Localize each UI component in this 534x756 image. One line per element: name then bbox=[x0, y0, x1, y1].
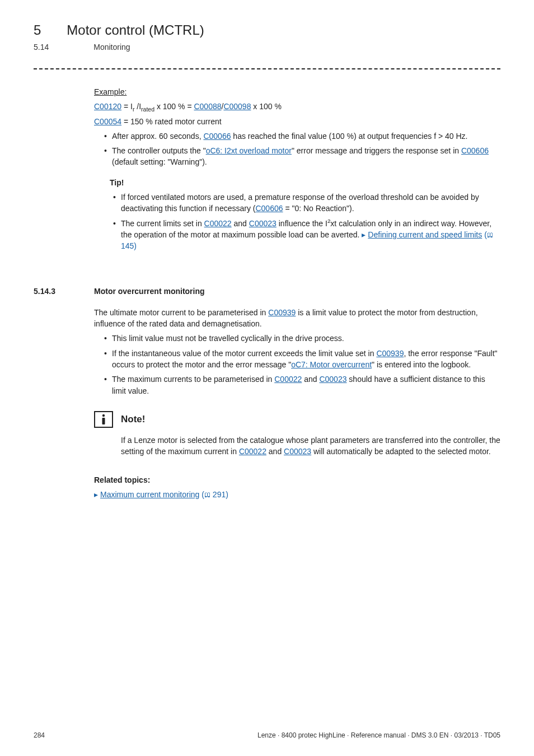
tip-item-2: The current limits set in C00022 and C00… bbox=[113, 218, 500, 252]
chapter-number: 5 bbox=[34, 22, 41, 38]
link-c00023-tip[interactable]: C00023 bbox=[249, 219, 277, 228]
link-c00066[interactable]: C00066 bbox=[203, 132, 231, 141]
link-c00120[interactable]: C00120 bbox=[94, 102, 121, 111]
related-item: ▸Maximum current monitoring (🕮 291) bbox=[94, 489, 500, 500]
link-c00939-b[interactable]: C00939 bbox=[376, 349, 404, 358]
example-c00054-line: C00054 = 150 % rated motor current bbox=[94, 116, 500, 127]
subsection-bullet-1: This limit value must not be travelled c… bbox=[104, 333, 500, 344]
section-title: Monitoring bbox=[93, 43, 130, 52]
related-topics-title: Related topics: bbox=[94, 474, 500, 486]
link-max-current-monitoring[interactable]: Maximum current monitoring bbox=[100, 490, 199, 499]
page-number: 284 bbox=[34, 731, 45, 739]
subsection-title: Motor overcurrent monitoring bbox=[94, 286, 205, 297]
link-c00023-note[interactable]: C00023 bbox=[284, 447, 311, 456]
link-c00022-b[interactable]: C00022 bbox=[274, 375, 302, 384]
link-c00023-b[interactable]: C00023 bbox=[319, 375, 346, 384]
subsection-bullet-3: The maximum currents to be parameterised… bbox=[104, 374, 500, 396]
example-heading: Example: bbox=[94, 86, 500, 97]
section-number: 5.14 bbox=[34, 43, 49, 52]
svg-rect-8 bbox=[102, 418, 105, 424]
link-oc7-error[interactable]: oC7: Motor overcurrent bbox=[291, 360, 372, 369]
tip-item-1: If forced ventilated motors are used, a … bbox=[113, 192, 500, 214]
note-label: Note! bbox=[121, 413, 145, 427]
subsection-number: 5.14.3 bbox=[34, 286, 74, 297]
example-bullet-2: The controller outputs the "oC6: I2xt ov… bbox=[104, 145, 500, 168]
link-oc6-error[interactable]: oC6: I2xt overload motor bbox=[206, 146, 292, 155]
example-bullet-1: After approx. 60 seconds, C00066 has rea… bbox=[104, 130, 500, 142]
link-c00606[interactable]: C00606 bbox=[461, 146, 489, 155]
subsection-intro: The ultimate motor current to be paramet… bbox=[94, 307, 500, 330]
footer-meta: Lenze · 8400 protec HighLine · Reference… bbox=[257, 731, 500, 739]
link-c00054[interactable]: C00054 bbox=[94, 117, 121, 126]
subsection-bullet-2: If the instantaneous value of the motor … bbox=[104, 348, 500, 371]
link-c00022-note[interactable]: C00022 bbox=[239, 447, 266, 456]
link-c00098[interactable]: C00098 bbox=[223, 102, 251, 111]
example-formula: C00120 = Ir /Irated x 100 % = C00088/C00… bbox=[94, 101, 500, 112]
link-c00022-tip[interactable]: C00022 bbox=[204, 219, 232, 228]
link-defining-limits[interactable]: Defining current and speed limits bbox=[368, 230, 482, 239]
note-body: If a Lenze motor is selected from the ca… bbox=[121, 435, 500, 458]
divider-dashed bbox=[34, 68, 500, 69]
svg-point-7 bbox=[102, 414, 105, 417]
info-icon bbox=[94, 411, 113, 428]
link-c00088[interactable]: C00088 bbox=[194, 102, 221, 111]
chapter-title: Motor control (MCTRL) bbox=[67, 22, 204, 38]
tip-label: Tip! bbox=[110, 177, 500, 188]
link-c00939[interactable]: C00939 bbox=[268, 308, 296, 317]
link-c00606-tip[interactable]: C00606 bbox=[255, 204, 283, 213]
